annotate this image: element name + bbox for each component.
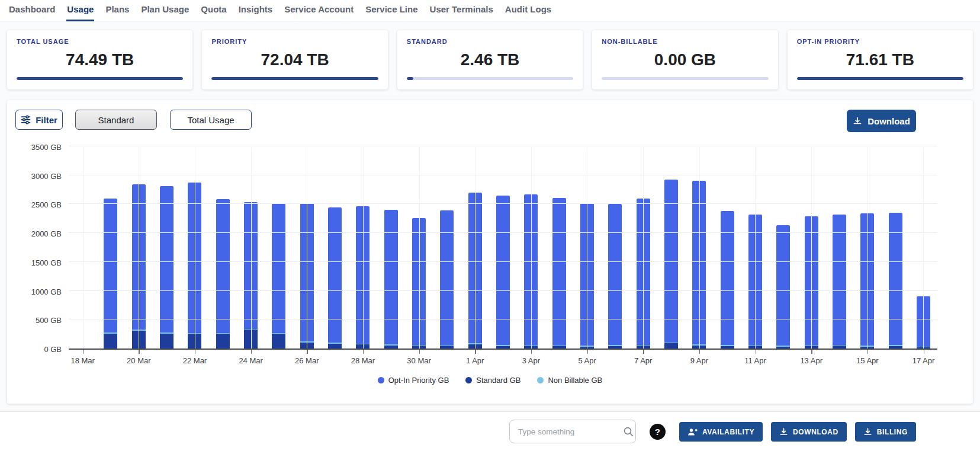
stacked-bar-4-apr[interactable]: [552, 198, 566, 348]
summary-cards-row: TOTAL USAGE74.49 TBPRIORITY72.04 TBSTAND…: [0, 22, 980, 89]
stacked-bar-21-mar[interactable]: [160, 186, 173, 348]
bar-segment-standard: [889, 346, 902, 348]
bar-segment-opt-in-priority: [104, 199, 117, 333]
bar-segment-standard: [440, 346, 454, 348]
stacked-bar-19-mar[interactable]: [104, 199, 117, 348]
x-axis-tick: [307, 350, 308, 354]
x-axis-label: 20 Mar: [127, 356, 150, 365]
x-axis-label: 17 Apr: [912, 356, 935, 365]
nav-item-dashboard[interactable]: Dashboard: [8, 4, 56, 21]
bar-segment-opt-in-priority: [272, 203, 285, 333]
x-axis-slot: [377, 350, 405, 371]
view-toggle-total-usage[interactable]: Total Usage: [170, 110, 252, 130]
card-label: OPT-IN PRIORITY: [797, 38, 963, 45]
search-input[interactable]: [518, 427, 623, 436]
vertical-gridline: [251, 148, 252, 348]
gridline: [69, 290, 937, 291]
card-label: STANDARD: [407, 38, 573, 45]
stacked-bar-2-apr[interactable]: [496, 196, 510, 348]
x-axis-slot: 20 Mar: [125, 350, 153, 371]
card-value: 74.49 TB: [17, 50, 183, 69]
x-axis-label: 13 Apr: [800, 356, 822, 365]
bar-segment-standard: [328, 344, 342, 348]
summary-card-non-billable: NON-BILLABLE0.00 GB: [592, 30, 777, 89]
stacked-bar-10-apr[interactable]: [721, 211, 734, 348]
y-axis-label: 2000 GB: [15, 229, 62, 238]
x-axis-tick: [811, 350, 812, 354]
billing-button[interactable]: BILLING: [855, 422, 916, 442]
bar-segment-standard: [721, 346, 734, 348]
nav-item-service-account[interactable]: Service Account: [284, 4, 354, 21]
gridline: [69, 261, 937, 262]
gridline: [69, 175, 937, 175]
y-axis-label: 2500 GB: [15, 200, 62, 209]
chart-x-axis: 18 Mar20 Mar22 Mar24 Mar26 Mar28 Mar30 M…: [69, 350, 937, 371]
x-axis-slot: 30 Mar: [405, 350, 433, 371]
stacked-bar-14-apr[interactable]: [833, 215, 846, 349]
x-axis-tick: [756, 350, 757, 354]
summary-card-total-usage: TOTAL USAGE74.49 TB: [7, 30, 192, 89]
nav-item-quota[interactable]: Quota: [200, 4, 227, 21]
bar-slot: [209, 148, 237, 348]
card-progress-fill: [211, 77, 378, 80]
stacked-bar-25-mar[interactable]: [272, 203, 285, 349]
nav-item-service-line[interactable]: Service Line: [365, 4, 418, 21]
x-axis-slot: [714, 350, 741, 371]
bar-segment-standard: [776, 347, 790, 348]
stacked-bar-6-apr[interactable]: [608, 204, 622, 348]
x-axis-slot: 24 Mar: [237, 350, 265, 371]
bar-slot: [97, 148, 124, 348]
download-label: DOWNLOAD: [793, 428, 838, 436]
nav-item-user-terminals[interactable]: User Terminals: [429, 4, 494, 21]
chart-plot-area: [69, 148, 937, 350]
x-axis-slot: [209, 350, 237, 371]
view-toggle-standard[interactable]: Standard: [75, 110, 157, 130]
stacked-bar-27-mar[interactable]: [328, 207, 342, 348]
filter-button[interactable]: Filter: [15, 110, 63, 130]
stacked-bar-23-mar[interactable]: [216, 199, 230, 348]
bar-segment-standard: [216, 334, 230, 348]
help-icon: ?: [655, 427, 660, 437]
x-axis-label: 7 Apr: [634, 356, 652, 365]
legend-item-standard-gb: Standard GB: [465, 376, 520, 385]
availability-button[interactable]: AVAILABILITY: [679, 422, 763, 442]
y-axis-label: 500 GB: [15, 316, 62, 325]
nav-item-usage[interactable]: Usage: [66, 4, 94, 21]
vertical-gridline: [139, 148, 139, 348]
bar-slot: [377, 148, 405, 348]
download-icon: [863, 427, 872, 436]
legend-item-non-billable-gb: Non Billable GB: [537, 376, 602, 385]
search-icon[interactable]: [623, 426, 634, 437]
chart-download-button[interactable]: Download: [847, 110, 916, 132]
vertical-gridline: [363, 148, 364, 348]
vertical-gridline: [475, 148, 475, 348]
x-axis-slot: [153, 350, 181, 371]
vertical-gridline: [307, 148, 307, 348]
bar-segment-opt-in-priority: [608, 204, 622, 345]
nav-item-plan-usage[interactable]: Plan Usage: [140, 4, 189, 21]
bar-segment-standard: [664, 343, 678, 348]
legend-dot-icon: [465, 377, 472, 383]
gridline: [69, 146, 937, 146]
y-axis-label: 1000 GB: [15, 287, 62, 296]
x-axis-slot: [97, 350, 124, 371]
x-axis-slot: [321, 350, 349, 371]
stacked-bar-31-mar[interactable]: [440, 210, 454, 348]
x-axis-tick: [643, 350, 644, 354]
x-axis-slot: 28 Mar: [349, 350, 377, 371]
stacked-bar-8-apr[interactable]: [664, 180, 678, 348]
help-button[interactable]: ?: [650, 424, 666, 440]
nav-item-plans[interactable]: Plans: [105, 4, 130, 21]
x-axis-tick: [419, 350, 420, 354]
bar-segment-opt-in-priority: [552, 198, 566, 346]
person-plus-icon: [687, 427, 698, 437]
download-button[interactable]: DOWNLOAD: [771, 422, 847, 442]
bar-slot: [545, 148, 573, 348]
nav-item-audit-logs[interactable]: Audit Logs: [505, 4, 552, 21]
legend-label: Non Billable GB: [548, 376, 602, 385]
stacked-bar-29-mar[interactable]: [384, 210, 398, 348]
nav-item-insights[interactable]: Insights: [238, 4, 274, 21]
x-axis-label: 15 Apr: [856, 356, 879, 365]
vertical-gridline: [531, 148, 532, 348]
stacked-bar-12-apr[interactable]: [776, 225, 790, 348]
